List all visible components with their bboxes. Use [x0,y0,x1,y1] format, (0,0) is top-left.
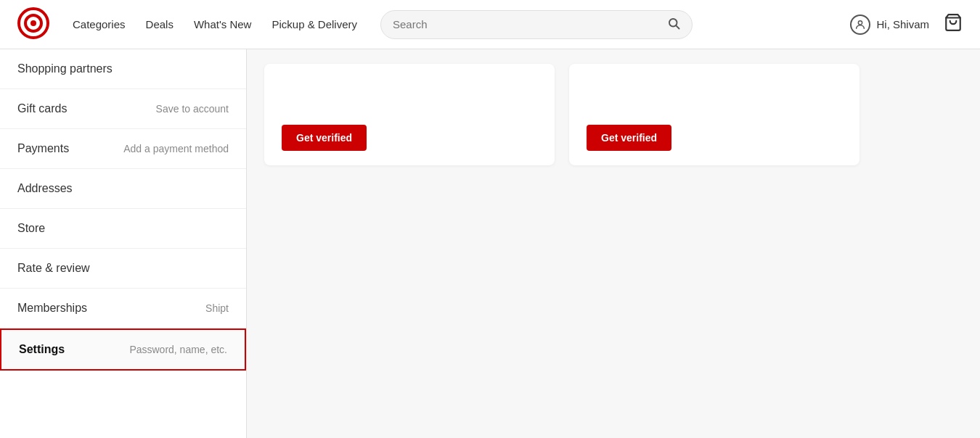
nav-item-pickup-delivery[interactable]: Pickup & Delivery [271,18,357,30]
user-avatar-icon [850,15,870,35]
get-verified-button-1[interactable]: Get verified [282,125,367,151]
search-icon [667,17,680,33]
svg-line-4 [676,25,679,28]
verification-card-1: Get verified [264,64,555,165]
sidebar-item-gift-cards[interactable]: Gift cards Save to account [0,89,246,129]
nav-item-whats-new[interactable]: What's New [194,18,252,30]
site-header: Categories Deals What's New Pickup & Del… [0,0,980,49]
content-area: Get verified Get verified [247,49,980,438]
cart-button[interactable] [944,13,963,36]
sidebar: Shopping partners Gift cards Save to acc… [0,49,247,438]
nav-item-categories[interactable]: Categories [73,18,126,30]
user-greeting: Hi, Shivam [876,18,929,30]
nav-item-deals[interactable]: Deals [146,18,173,30]
user-info[interactable]: Hi, Shivam [850,15,929,35]
svg-point-5 [859,20,862,24]
main-layout: Shopping partners Gift cards Save to acc… [0,49,980,438]
search-bar[interactable] [380,10,693,39]
sidebar-item-memberships[interactable]: Memberships Shipt [0,289,246,328]
verification-card-2: Get verified [569,64,859,165]
svg-point-2 [30,20,36,26]
sidebar-item-shopping-partners[interactable]: Shopping partners [0,49,246,89]
sidebar-item-settings[interactable]: Settings Password, name, etc. [0,328,246,371]
sidebar-item-addresses[interactable]: Addresses [0,169,246,209]
header-right: Hi, Shivam [850,13,963,36]
sidebar-item-payments[interactable]: Payments Add a payment method [0,129,246,169]
main-nav: Categories Deals What's New Pickup & Del… [73,18,357,30]
target-logo[interactable] [17,7,49,42]
get-verified-button-2[interactable]: Get verified [587,125,671,151]
sidebar-item-store[interactable]: Store [0,209,246,249]
sidebar-item-rate-review[interactable]: Rate & review [0,249,246,289]
search-input[interactable] [393,18,661,30]
cards-row: Get verified Get verified [247,49,980,180]
